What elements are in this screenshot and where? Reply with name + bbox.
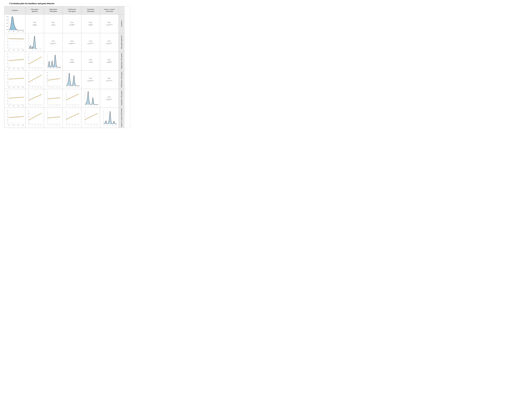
svg-text:0.03: 0.03 bbox=[6, 19, 8, 21]
svg-text:3: 3 bbox=[47, 78, 47, 80]
svg-text:4: 4 bbox=[38, 49, 38, 51]
svg-point-251 bbox=[9, 100, 9, 101]
svg-point-167 bbox=[11, 82, 11, 82]
svg-point-120 bbox=[32, 57, 33, 57]
svg-point-121 bbox=[35, 57, 36, 57]
svg-point-84 bbox=[9, 57, 9, 57]
svg-point-252 bbox=[11, 100, 11, 101]
svg-text:1: 1 bbox=[7, 66, 8, 67]
diag-competitive: 1 2 3 4 5 bbox=[81, 89, 100, 108]
svg-point-397 bbox=[48, 113, 48, 114]
svg-text:5: 5 bbox=[41, 105, 41, 107]
svg-point-412 bbox=[69, 113, 70, 114]
svg-point-157 bbox=[14, 75, 14, 76]
svg-text:20: 20 bbox=[9, 125, 10, 126]
svg-text:5: 5 bbox=[7, 53, 8, 55]
svg-point-394 bbox=[57, 120, 57, 120]
svg-point-295 bbox=[54, 97, 54, 98]
svg-point-299 bbox=[57, 100, 57, 101]
svg-point-296 bbox=[48, 100, 48, 101]
svg-text:20: 20 bbox=[9, 49, 10, 51]
svg-point-23 bbox=[14, 35, 14, 35]
svg-text:1: 1 bbox=[29, 68, 30, 69]
svg-point-411 bbox=[66, 113, 67, 114]
svg-text:1: 1 bbox=[47, 85, 47, 86]
svg-point-209 bbox=[51, 72, 51, 73]
svg-point-416 bbox=[75, 117, 76, 117]
svg-point-380 bbox=[35, 120, 36, 120]
svg-text:4: 4 bbox=[38, 87, 38, 88]
svg-point-436 bbox=[94, 117, 94, 117]
svg-text:4: 4 bbox=[75, 87, 76, 88]
svg-point-24 bbox=[16, 35, 16, 35]
svg-text:4: 4 bbox=[94, 125, 95, 126]
svg-point-100 bbox=[11, 63, 11, 63]
svg-text:60: 60 bbox=[18, 105, 19, 107]
svg-text:4: 4 bbox=[28, 38, 28, 39]
svg-text:40: 40 bbox=[13, 49, 14, 51]
svg-point-22 bbox=[13, 35, 13, 35]
corr-r4c5: Corr:0.414*** bbox=[100, 89, 119, 108]
svg-point-20 bbox=[9, 35, 10, 35]
svg-text:5: 5 bbox=[59, 68, 60, 69]
svg-point-370 bbox=[32, 120, 33, 120]
svg-text:2: 2 bbox=[7, 119, 8, 121]
svg-point-410 bbox=[69, 117, 70, 117]
svg-point-434 bbox=[91, 113, 91, 114]
svg-point-211 bbox=[51, 75, 51, 76]
svg-point-254 bbox=[9, 103, 9, 104]
svg-text:1: 1 bbox=[7, 47, 8, 48]
svg-text:80: 80 bbox=[22, 105, 24, 107]
scatter-r3c0: 1 2 3 4 5 20 40 60 80 bbox=[4, 70, 25, 89]
svg-text:20: 20 bbox=[9, 68, 10, 69]
svg-point-414 bbox=[75, 113, 76, 114]
svg-text:5: 5 bbox=[47, 72, 47, 73]
svg-text:2: 2 bbox=[7, 63, 8, 64]
svg-text:5: 5 bbox=[28, 91, 28, 92]
svg-text:3: 3 bbox=[35, 68, 36, 69]
svg-point-118 bbox=[32, 54, 33, 54]
svg-point-131 bbox=[29, 66, 30, 66]
svg-text:5: 5 bbox=[41, 87, 41, 88]
svg-text:5: 5 bbox=[59, 125, 60, 126]
svg-text:5: 5 bbox=[28, 35, 28, 36]
scatter-r3c2: 1 2 3 4 5 1 2 3 4 5 bbox=[44, 70, 63, 89]
svg-text:2: 2 bbox=[7, 82, 8, 82]
svg-text:4: 4 bbox=[7, 113, 8, 114]
svg-point-315 bbox=[69, 100, 70, 101]
corr-r0c4: Corr:-0.091* bbox=[81, 14, 100, 33]
svg-text:1: 1 bbox=[28, 85, 28, 86]
svg-text:1: 1 bbox=[7, 103, 8, 104]
svg-point-101 bbox=[13, 63, 13, 63]
svg-text:2: 2 bbox=[69, 125, 70, 126]
svg-point-156 bbox=[12, 75, 13, 76]
svg-text:5: 5 bbox=[28, 110, 28, 111]
svg-text:2: 2 bbox=[107, 125, 107, 126]
svg-point-154 bbox=[9, 75, 9, 76]
svg-point-122 bbox=[29, 60, 30, 60]
svg-text:1: 1 bbox=[28, 123, 28, 124]
svg-point-376 bbox=[32, 113, 33, 114]
svg-text:2: 2 bbox=[32, 49, 33, 51]
svg-point-43 bbox=[17, 41, 17, 42]
svg-point-39 bbox=[10, 41, 11, 42]
svg-point-398 bbox=[60, 120, 60, 120]
svg-point-428 bbox=[88, 120, 88, 120]
scatter-r2c1: 1 2 3 4 5 1 2 3 4 5 bbox=[25, 52, 44, 70]
svg-text:1: 1 bbox=[7, 123, 8, 124]
svg-text:3: 3 bbox=[7, 41, 8, 42]
svg-text:3: 3 bbox=[54, 68, 54, 69]
scatter-r4c1: 1 2 3 4 5 1 2 3 4 5 bbox=[25, 89, 44, 108]
svg-point-342 bbox=[9, 110, 10, 110]
svg-point-377 bbox=[35, 113, 36, 114]
svg-point-208 bbox=[48, 72, 48, 73]
diag-single-player: 1 2 3 4 5 bbox=[44, 52, 63, 70]
svg-point-51 bbox=[16, 44, 16, 45]
svg-text:2: 2 bbox=[51, 105, 51, 107]
svg-text:4: 4 bbox=[7, 94, 8, 95]
row-label-loneliness: Loneliness bbox=[119, 14, 124, 33]
svg-text:4: 4 bbox=[94, 105, 95, 107]
svg-point-83 bbox=[13, 54, 13, 54]
scatter-r4c0: 1 2 3 4 5 20 40 60 80 bbox=[4, 89, 25, 108]
svg-text:5: 5 bbox=[78, 105, 79, 107]
